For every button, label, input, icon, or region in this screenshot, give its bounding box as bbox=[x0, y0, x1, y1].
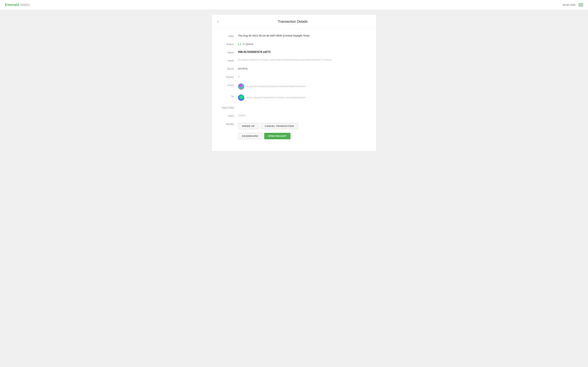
logo-wallet: Wallet bbox=[20, 3, 30, 7]
cancel-transaction-button[interactable]: CANCEL TRANSACTION bbox=[261, 123, 298, 129]
block-row: Block pending bbox=[219, 67, 369, 70]
to-value: 0x61c76aa8f7b600f6675765bbcc36f4089b5855… bbox=[238, 95, 369, 101]
card-body: Date Thu Aug 04 2022 09:24:38 GMT-0500 (… bbox=[212, 28, 376, 151]
modify-row: Modify SPEED UP CANCEL TRANSACTION DASHB… bbox=[219, 122, 369, 139]
date-label: Date bbox=[219, 34, 238, 37]
value-label: Value bbox=[219, 50, 238, 54]
value-value: 999.917035587679 mETC bbox=[238, 50, 369, 54]
block-label: Block bbox=[219, 67, 238, 70]
gas-label: GAS bbox=[219, 114, 238, 117]
from-address: 0x3b3f537d0d6a6e3b09d57984366079b6f948e5… bbox=[246, 85, 306, 88]
open-receipt-button[interactable]: OPEN RECEIPT bbox=[264, 133, 291, 139]
input-data-row: Input Data bbox=[219, 106, 369, 109]
modify-buttons: SPEED UP CANCEL TRANSACTION DASHBOARD OP… bbox=[238, 122, 369, 139]
hash-value: 0x148d47b8a5547c5702ac7a5b23d07b43383363… bbox=[238, 59, 369, 61]
to-address: 0x61c76aa8f7b600f6675765bbcc36f4089b5855… bbox=[246, 96, 306, 99]
to-label: To bbox=[219, 95, 238, 98]
hash-label: Hash bbox=[219, 59, 238, 62]
header-right: 34.92 USD bbox=[563, 3, 583, 7]
status-text: In Queue bbox=[242, 42, 253, 45]
status-value: In Queue bbox=[238, 42, 369, 45]
to-avatar bbox=[238, 95, 244, 101]
status-label: Status bbox=[219, 42, 238, 46]
input-data-label: Input Data bbox=[219, 106, 238, 109]
date-row: Date Thu Aug 04 2022 09:24:38 GMT-0500 (… bbox=[219, 34, 369, 37]
menu-button[interactable] bbox=[579, 3, 583, 7]
header-balance: 34.92 USD bbox=[563, 3, 575, 6]
page-title: Transaction Details bbox=[215, 20, 371, 24]
date-value: Thu Aug 04 2022 09:24:38 GMT-0500 (Centr… bbox=[238, 34, 369, 37]
speed-up-button[interactable]: SPEED UP bbox=[238, 123, 259, 129]
value-row: Value 999.917035587679 mETC bbox=[219, 50, 369, 54]
nonce-row: Nonce 0 bbox=[219, 75, 369, 78]
block-value: pending bbox=[238, 67, 369, 70]
hash-row: Hash 0x148d47b8a5547c5702ac7a5b23d07b433… bbox=[219, 59, 369, 62]
dashboard-button[interactable]: DASHBOARD bbox=[238, 133, 262, 139]
status-row: Status In Queue bbox=[219, 42, 369, 46]
from-row: From 0x3b3f537d0d6a6e3b09d57984366079b6f… bbox=[219, 83, 369, 90]
app-header: Emerald Wallet 34.92 USD bbox=[0, 0, 588, 10]
gas-value: 21000 bbox=[238, 114, 369, 117]
logo-emerald: Emerald bbox=[5, 3, 19, 7]
nonce-label: Nonce bbox=[219, 75, 238, 78]
status-spinner-icon bbox=[238, 42, 241, 45]
to-row: To 0x61c76aa8f7b600f6675765bbcc36f4089b5… bbox=[219, 95, 369, 101]
modify-label: Modify bbox=[219, 122, 238, 125]
transaction-card: ‹ Transaction Details Date Thu Aug 04 20… bbox=[212, 15, 376, 151]
card-header: ‹ Transaction Details bbox=[212, 15, 376, 28]
nonce-value: 0 bbox=[238, 75, 369, 78]
from-value: 0x3b3f537d0d6a6e3b09d57984366079b6f948e5… bbox=[238, 83, 369, 90]
gas-row: GAS 21000 bbox=[219, 114, 369, 117]
from-avatar bbox=[238, 83, 244, 90]
from-label: From bbox=[219, 83, 238, 87]
page-container: ‹ Transaction Details Date Thu Aug 04 20… bbox=[0, 10, 588, 158]
app-logo: Emerald Wallet bbox=[5, 3, 30, 7]
